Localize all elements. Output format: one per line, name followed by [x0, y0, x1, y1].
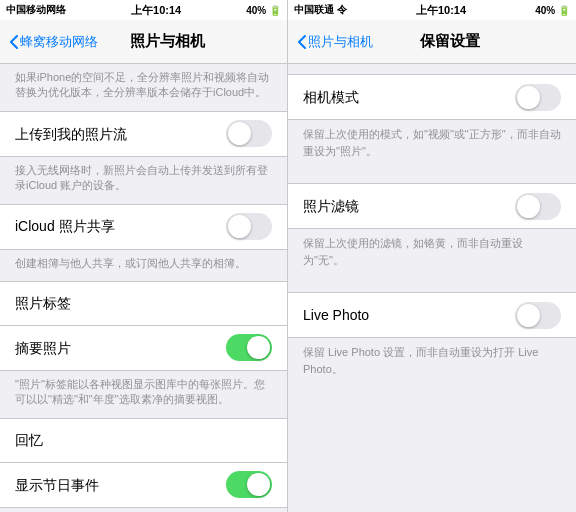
left-scroll-content: 如果iPhone的空间不足，全分辨率照片和视频将自动替换为优化版本，全分辨率版本… — [0, 64, 287, 512]
photo-tags-row: 照片标签 — [0, 282, 287, 326]
icloud-sharing-row: iCloud 照片共享 — [0, 205, 287, 249]
live-photo-toggle[interactable] — [515, 302, 561, 329]
right-scroll-content: 相机模式 保留上次使用的模式，如"视频"或"正方形"，而非自动重设为"照片"。 … — [288, 64, 576, 512]
photo-filter-row: 照片滤镜 — [288, 184, 576, 228]
summary-photos-toggle[interactable] — [226, 334, 272, 361]
icloud-sharing-desc: 创建相簿与他人共享，或订阅他人共享的相簿。 — [0, 250, 287, 281]
holiday-events-toggle[interactable] — [226, 471, 272, 498]
left-panel: 中国移动网络 上午10:14 40% 🔋 蜂窝移动网络 照片与相机 如果iPho… — [0, 0, 288, 512]
left-carrier: 中国移动网络 — [6, 3, 66, 17]
right-time: 上午10:14 — [416, 3, 466, 18]
icloud-sharing-group: iCloud 照片共享 — [0, 204, 287, 250]
toggle-knob — [517, 86, 540, 109]
camera-mode-row: 相机模式 — [288, 75, 576, 119]
right-nav-bar: 照片与相机 保留设置 — [288, 20, 576, 64]
tags-group: 照片标签 摘要照片 — [0, 281, 287, 371]
left-time: 上午10:14 — [131, 3, 181, 18]
summary-photos-row: 摘要照片 — [0, 326, 287, 370]
photo-filter-group: 照片滤镜 — [288, 183, 576, 229]
holiday-events-desc: 您可以选取查看您国家的节日事件。 — [0, 508, 287, 512]
toggle-knob — [517, 195, 540, 218]
camera-mode-desc: 保留上次使用的模式，如"视频"或"正方形"，而非自动重设为"照片"。 — [288, 120, 576, 173]
camera-mode-section: 相机模式 保留上次使用的模式，如"视频"或"正方形"，而非自动重设为"照片"。 — [288, 74, 576, 173]
live-photo-section: Live Photo 保留 Live Photo 设置，而非自动重设为打开 Li… — [288, 292, 576, 391]
right-carrier: 中国联通 令 — [294, 3, 347, 17]
toggle-knob — [247, 473, 270, 496]
toggle-knob — [228, 122, 251, 145]
summary-photos-desc: "照片"标签能以各种视图显示图库中的每张照片。您可以以"精选"和"年度"选取素净… — [0, 371, 287, 418]
icloud-group: 上传到我的照片流 — [0, 111, 287, 157]
right-status-bar: 中国联通 令 上午10:14 40% 🔋 — [288, 0, 576, 20]
chevron-left-icon — [10, 35, 18, 49]
photo-filter-desc: 保留上次使用的滤镜，如铬黄，而非自动重设为"无"。 — [288, 229, 576, 282]
upload-stream-row: 上传到我的照片流 — [0, 112, 287, 156]
camera-mode-group: 相机模式 — [288, 74, 576, 120]
left-status-bar: 中国移动网络 上午10:14 40% 🔋 — [0, 0, 287, 20]
icloud-sharing-toggle[interactable] — [226, 213, 272, 240]
upload-stream-toggle[interactable] — [226, 120, 272, 147]
right-nav-title: 保留设置 — [333, 32, 566, 51]
toggle-knob — [517, 304, 540, 327]
photo-filter-section: 照片滤镜 保留上次使用的滤镜，如铬黄，而非自动重设为"无"。 — [288, 183, 576, 282]
photo-filter-toggle[interactable] — [515, 193, 561, 220]
left-nav-bar: 蜂窝移动网络 照片与相机 — [0, 20, 287, 64]
left-battery: 40% 🔋 — [246, 5, 281, 16]
photo-filter-label: 照片滤镜 — [303, 197, 515, 215]
live-photo-group: Live Photo — [288, 292, 576, 338]
toggle-knob — [228, 215, 251, 238]
holiday-events-row: 显示节日事件 — [0, 463, 287, 507]
upload-stream-desc: 接入无线网络时，新照片会自动上传并发送到所有登录iCloud 账户的设备。 — [0, 157, 287, 204]
right-battery: 40% 🔋 — [535, 5, 570, 16]
memories-label: 回忆 — [15, 431, 272, 449]
photo-tags-label: 照片标签 — [15, 294, 272, 312]
memories-group: 回忆 显示节日事件 — [0, 418, 287, 508]
summary-photos-label: 摘要照片 — [15, 339, 226, 357]
holiday-events-label: 显示节日事件 — [15, 476, 226, 494]
camera-mode-toggle[interactable] — [515, 84, 561, 111]
camera-mode-label: 相机模式 — [303, 88, 515, 106]
icloud-sharing-label: iCloud 照片共享 — [15, 217, 226, 235]
live-photo-label: Live Photo — [303, 306, 515, 324]
right-panel: 中国联通 令 上午10:14 40% 🔋 照片与相机 保留设置 相机模式 — [288, 0, 576, 512]
toggle-knob — [247, 336, 270, 359]
upload-stream-label: 上传到我的照片流 — [15, 125, 226, 143]
chevron-left-icon — [298, 35, 306, 49]
live-photo-desc: 保留 Live Photo 设置，而非自动重设为打开 Live Photo。 — [288, 338, 576, 391]
left-description: 如果iPhone的空间不足，全分辨率照片和视频将自动替换为优化版本，全分辨率版本… — [0, 64, 287, 111]
memories-row: 回忆 — [0, 419, 287, 463]
left-nav-title: 照片与相机 — [58, 32, 277, 51]
live-photo-row: Live Photo — [288, 293, 576, 337]
